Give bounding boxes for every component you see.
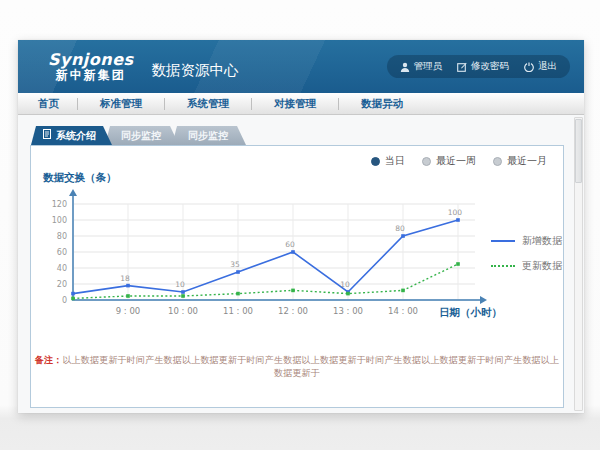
nav-item-system-mgmt[interactable]: 系统管理 [165, 97, 251, 111]
radio-last-week-label: 最近一周 [436, 154, 476, 168]
radio-unselected-icon [493, 157, 502, 166]
solid-line-icon [491, 240, 515, 242]
y-axis-arrow-icon [69, 189, 77, 196]
power-icon [524, 62, 534, 72]
data-point [291, 289, 295, 293]
data-point-label: 80 [395, 224, 405, 233]
logo-text-cn: 新中新集团 [48, 69, 134, 82]
nav-item-data-change[interactable]: 数据异动 [339, 97, 425, 111]
x-axis-arrow-icon [480, 296, 487, 304]
data-point [291, 250, 295, 254]
data-point-label: 35 [230, 260, 240, 269]
x-tick-label: 14 : 00 [388, 306, 418, 316]
admin-user-label: 管理员 [414, 60, 443, 73]
x-tick-label: 12 : 00 [278, 306, 308, 316]
tab-label: 系统介绍 [56, 126, 96, 145]
page-title: 数据资源中心 [152, 61, 239, 80]
change-password-label: 修改密码 [471, 60, 509, 73]
data-point [126, 294, 130, 298]
data-point [126, 284, 130, 288]
tab-bar: 系统介绍 同步监控 同步监控 [31, 126, 246, 145]
radio-last-week[interactable]: 最近一周 [422, 154, 476, 168]
radio-selected-icon [371, 157, 380, 166]
vertical-scrollbar[interactable] [574, 117, 583, 411]
logo-text-en: Synjones [48, 51, 134, 69]
legend-label: 新增数据 [522, 234, 562, 248]
app-header: Synjones 新中新集团 数据资源中心 管理员 修改密码 [18, 40, 584, 93]
data-point-label: 10 [340, 280, 350, 289]
data-point [456, 218, 460, 222]
data-point [401, 289, 405, 293]
tab-sync-monitor-1[interactable]: 同步监控 [105, 126, 179, 145]
x-tick-label: 11 : 00 [223, 306, 253, 316]
screen: Synjones 新中新集团 数据资源中心 管理员 修改密码 [0, 0, 600, 450]
data-point [456, 262, 460, 266]
radio-today-label: 当日 [385, 154, 405, 168]
data-point-label: 60 [285, 240, 295, 249]
data-point [71, 292, 75, 296]
footnote: 备注：以上数据更新于时间产生数据以上数据更新于时间产生数据以上数据更新于时间产生… [31, 354, 563, 380]
document-icon [43, 126, 51, 145]
data-point-label: 18 [120, 274, 130, 283]
data-point-label: 100 [448, 208, 463, 217]
legend-item-new-data: 新增数据 [491, 234, 562, 248]
content-area: 系统介绍 同步监控 同步监控 当日 最近一周 [18, 115, 584, 413]
main-nav: 首页 标准管理 系统管理 对接管理 数据异动 [18, 93, 584, 115]
company-logo: Synjones 新中新集团 [48, 51, 134, 82]
x-tick-label: 13 : 00 [333, 306, 363, 316]
series-line [73, 264, 458, 298]
data-point [346, 292, 350, 296]
logout-button[interactable]: 退出 [524, 60, 557, 73]
date-range-radios: 当日 最近一周 最近一月 [371, 154, 547, 168]
radio-today[interactable]: 当日 [371, 154, 405, 168]
y-tick-label: 0 [62, 296, 67, 305]
chart-panel: 当日 最近一周 最近一月 数据交换（条） 0204060801001209 : … [30, 145, 564, 408]
y-tick-label: 40 [57, 264, 67, 273]
change-password-button[interactable]: 修改密码 [457, 60, 509, 73]
dotted-line-icon [491, 265, 515, 267]
radio-last-month-label: 最近一月 [507, 154, 547, 168]
x-axis-title: 日期（小时） [439, 306, 502, 320]
user-icon [400, 62, 410, 72]
data-point [401, 234, 405, 238]
nav-item-interface-mgmt[interactable]: 对接管理 [252, 97, 338, 111]
app-window: Synjones 新中新集团 数据资源中心 管理员 修改密码 [18, 40, 584, 413]
nav-item-standard-mgmt[interactable]: 标准管理 [78, 97, 164, 111]
x-tick-label: 10 : 00 [168, 306, 198, 316]
y-tick-label: 120 [52, 200, 67, 209]
logout-label: 退出 [538, 60, 557, 73]
user-toolbar: 管理员 修改密码 退出 [387, 55, 571, 78]
chart-legend: 新增数据 更新数据 [491, 234, 562, 273]
y-tick-label: 100 [52, 216, 67, 225]
data-point [181, 294, 185, 298]
footnote-text: 以上数据更新于时间产生数据以上数据更新于时间产生数据以上数据更新于时间产生数据以… [62, 355, 559, 378]
tab-sync-monitor-2[interactable]: 同步监控 [172, 126, 246, 145]
nav-item-home[interactable]: 首页 [18, 97, 77, 111]
legend-item-update-data: 更新数据 [491, 259, 562, 273]
y-axis-title: 数据交换（条） [43, 171, 117, 185]
data-point [236, 292, 240, 296]
radio-unselected-icon [422, 157, 431, 166]
line-chart: 0204060801001209 : 0010 : 0011 : 0012 : … [37, 188, 489, 340]
data-point [236, 270, 240, 274]
data-point [71, 297, 75, 301]
y-tick-label: 80 [57, 232, 67, 241]
y-tick-label: 60 [57, 248, 67, 257]
edit-icon [457, 62, 467, 72]
radio-last-month[interactable]: 最近一月 [493, 154, 547, 168]
x-tick-label: 9 : 00 [116, 306, 141, 316]
scrollbar-thumb[interactable] [575, 119, 582, 183]
y-tick-label: 20 [57, 280, 67, 289]
admin-user-button[interactable]: 管理员 [400, 60, 443, 73]
tab-system-intro[interactable]: 系统介绍 [31, 126, 112, 145]
footnote-prefix: 备注： [35, 355, 63, 365]
data-point [181, 290, 185, 294]
data-point-label: 10 [175, 280, 185, 289]
legend-label: 更新数据 [522, 259, 562, 273]
